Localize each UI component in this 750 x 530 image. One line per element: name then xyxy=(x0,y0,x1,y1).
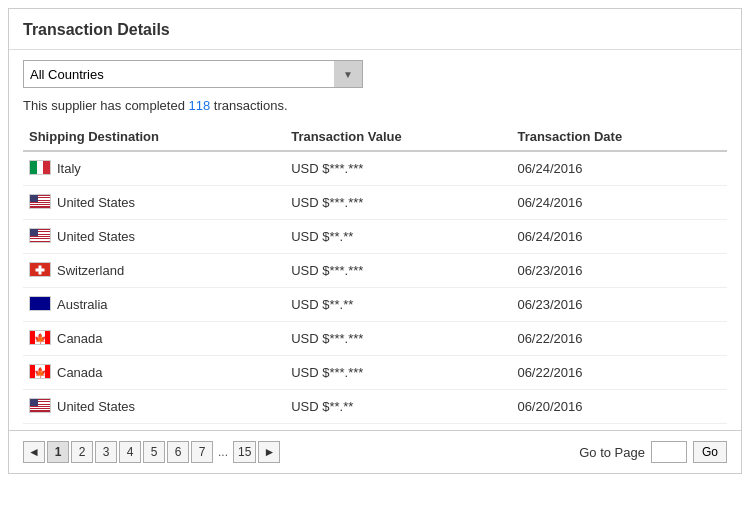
cell-date-7: 06/20/2016 xyxy=(511,390,727,424)
col-date: Transaction Date xyxy=(511,121,727,151)
page-4-button[interactable]: 4 xyxy=(119,441,141,463)
page-6-button[interactable]: 6 xyxy=(167,441,189,463)
col-value: Transaction Value xyxy=(285,121,511,151)
transaction-count-prefix: This supplier has completed xyxy=(23,98,188,113)
country-name: Canada xyxy=(57,331,103,346)
transaction-count: This supplier has completed 118 transact… xyxy=(9,94,741,121)
country-name: Canada xyxy=(57,365,103,380)
table-row: SwitzerlandUSD $***.***06/23/2016 xyxy=(23,254,727,288)
country-name: United States xyxy=(57,195,135,210)
go-button[interactable]: Go xyxy=(693,441,727,463)
pagination-ellipsis: ... xyxy=(215,445,231,459)
cell-value-7: USD $**.** xyxy=(285,390,511,424)
col-shipping: Shipping Destination xyxy=(23,121,285,151)
flag-ca-icon xyxy=(29,330,51,345)
table-header: Shipping Destination Transaction Value T… xyxy=(23,121,727,151)
flag-us-icon xyxy=(29,228,51,243)
cell-country-2: United States xyxy=(23,220,285,254)
table-row: United StatesUSD $**.**06/20/2016 xyxy=(23,390,727,424)
flag-ca-icon xyxy=(29,364,51,379)
cell-value-0: USD $***.*** xyxy=(285,151,511,186)
go-to-page-label: Go to Page xyxy=(579,445,645,460)
flag-us-icon xyxy=(29,398,51,413)
transaction-details-panel: Transaction Details All Countries United… xyxy=(8,8,742,474)
page-2-button[interactable]: 2 xyxy=(71,441,93,463)
table-section: Shipping Destination Transaction Value T… xyxy=(9,121,741,424)
cell-country-6: Canada xyxy=(23,356,285,390)
page-15-button[interactable]: 15 xyxy=(233,441,256,463)
table-row: United StatesUSD $**.**06/24/2016 xyxy=(23,220,727,254)
flag-au-icon xyxy=(29,296,51,311)
pagination-left: ◄ 1 2 3 4 5 6 7 ... 15 ► xyxy=(23,441,280,463)
pagination-right: Go to Page Go xyxy=(579,441,727,463)
cell-country-7: United States xyxy=(23,390,285,424)
cell-country-0: Italy xyxy=(23,151,285,186)
cell-value-6: USD $***.*** xyxy=(285,356,511,390)
prev-page-button[interactable]: ◄ xyxy=(23,441,45,463)
country-name: United States xyxy=(57,399,135,414)
cell-country-4: Australia xyxy=(23,288,285,322)
table-row: CanadaUSD $***.***06/22/2016 xyxy=(23,356,727,390)
cell-value-4: USD $**.** xyxy=(285,288,511,322)
country-filter-select[interactable]: All Countries United States Italy Switze… xyxy=(24,61,362,87)
cell-country-1: United States xyxy=(23,186,285,220)
cell-value-1: USD $***.*** xyxy=(285,186,511,220)
cell-value-2: USD $**.** xyxy=(285,220,511,254)
cell-country-5: Canada xyxy=(23,322,285,356)
cell-value-5: USD $***.*** xyxy=(285,322,511,356)
filter-section: All Countries United States Italy Switze… xyxy=(9,50,741,94)
page-1-button[interactable]: 1 xyxy=(47,441,69,463)
pagination-section: ◄ 1 2 3 4 5 6 7 ... 15 ► Go to Page Go xyxy=(9,430,741,473)
table-row: CanadaUSD $***.***06/22/2016 xyxy=(23,322,727,356)
next-page-button[interactable]: ► xyxy=(258,441,280,463)
cell-value-3: USD $***.*** xyxy=(285,254,511,288)
cell-country-3: Switzerland xyxy=(23,254,285,288)
cell-date-0: 06/24/2016 xyxy=(511,151,727,186)
table-row: ItalyUSD $***.***06/24/2016 xyxy=(23,151,727,186)
table-body: ItalyUSD $***.***06/24/2016United States… xyxy=(23,151,727,424)
country-filter-wrapper[interactable]: All Countries United States Italy Switze… xyxy=(23,60,363,88)
cell-date-5: 06/22/2016 xyxy=(511,322,727,356)
table-row: AustraliaUSD $**.**06/23/2016 xyxy=(23,288,727,322)
page-3-button[interactable]: 3 xyxy=(95,441,117,463)
flag-us-icon xyxy=(29,194,51,209)
flag-ch-icon xyxy=(29,262,51,277)
country-name: Australia xyxy=(57,297,108,312)
country-name: United States xyxy=(57,229,135,244)
table-row: United StatesUSD $***.***06/24/2016 xyxy=(23,186,727,220)
page-5-button[interactable]: 5 xyxy=(143,441,165,463)
transactions-table: Shipping Destination Transaction Value T… xyxy=(23,121,727,424)
page-7-button[interactable]: 7 xyxy=(191,441,213,463)
cell-date-2: 06/24/2016 xyxy=(511,220,727,254)
transaction-count-link[interactable]: 118 xyxy=(188,98,210,113)
cell-date-4: 06/23/2016 xyxy=(511,288,727,322)
cell-date-1: 06/24/2016 xyxy=(511,186,727,220)
page-title: Transaction Details xyxy=(9,9,741,50)
flag-it-icon xyxy=(29,160,51,175)
cell-date-6: 06/22/2016 xyxy=(511,356,727,390)
country-name: Italy xyxy=(57,161,81,176)
go-to-page-input[interactable] xyxy=(651,441,687,463)
country-name: Switzerland xyxy=(57,263,124,278)
cell-date-3: 06/23/2016 xyxy=(511,254,727,288)
transaction-count-suffix: transactions. xyxy=(210,98,287,113)
